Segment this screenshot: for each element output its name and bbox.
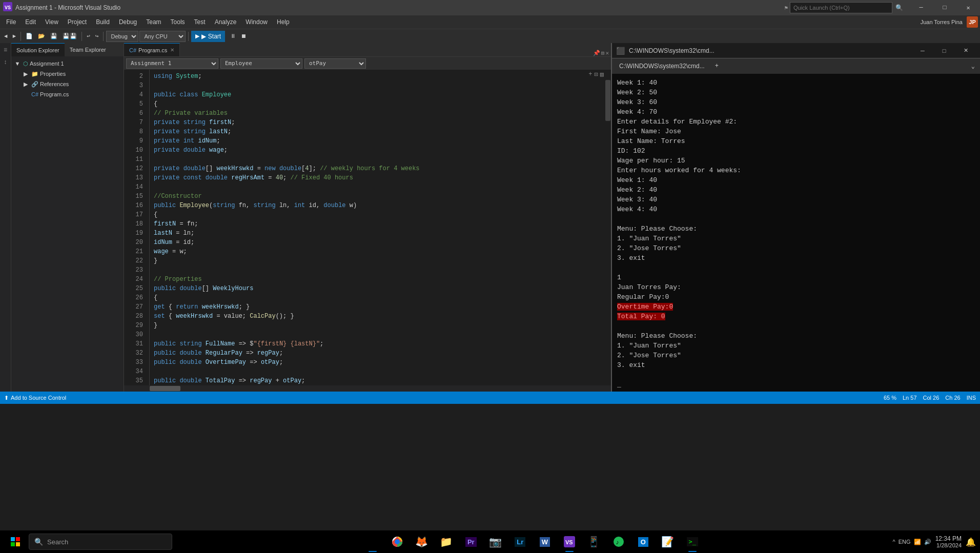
taskbar-app-word[interactable]: W <box>534 530 556 553</box>
horizontal-scrollbar[interactable] <box>124 385 611 392</box>
cmd-maximize[interactable]: □ <box>934 43 954 58</box>
cmd-tab-1[interactable]: C:\WINDOWS\system32\cmd... <box>614 60 710 72</box>
toolbar-misc1[interactable]: ⏸ <box>228 31 238 42</box>
taskbar-app-vs[interactable]: VS <box>558 530 581 553</box>
taskbar-app-chrome[interactable] <box>386 530 409 553</box>
volume-icon[interactable]: 🔊 <box>924 539 931 545</box>
taskbar-app-spotify[interactable]: ♪ <box>607 530 630 553</box>
taskbar-app-terminal[interactable]: >_ <box>681 530 704 553</box>
taskbar-app-firefox[interactable]: 🦊 <box>411 530 433 553</box>
vertical-scrollbar[interactable] <box>605 70 611 385</box>
code-content[interactable]: using System; public class Employee { //… <box>150 70 605 385</box>
solution-explorer-tab[interactable]: Solution Explorer <box>11 43 65 56</box>
pin-icon[interactable]: 📌 <box>593 50 600 56</box>
menu-tools[interactable]: Tools <box>167 16 189 28</box>
toolbar-misc2[interactable]: ⏹ <box>239 31 249 42</box>
start-menu-button[interactable] <box>4 530 27 553</box>
taskbar-app-notes[interactable]: 📝 <box>657 530 679 553</box>
taskbar-app-explorer[interactable]: 🗂 <box>361 530 384 553</box>
layout-icon[interactable]: ⊞ <box>601 50 605 56</box>
tree-item-programcs[interactable]: C# Program.cs <box>11 89 124 99</box>
h-scrollbar-thumb[interactable] <box>150 386 180 391</box>
svg-rect-4 <box>11 542 15 546</box>
references-icon: 🔗 <box>31 81 38 88</box>
taskbar-app-premiere[interactable]: Pr <box>460 530 482 553</box>
menu-build[interactable]: Build <box>92 16 114 28</box>
tab-close-button[interactable]: ✕ <box>170 47 174 53</box>
tree-item-assignment[interactable]: ▼ ⬡ Assignment 1 <box>11 58 124 69</box>
wifi-icon[interactable]: 📶 <box>914 539 921 545</box>
toolbar-undo[interactable]: ↩ <box>85 31 92 42</box>
toolbar-save-all[interactable]: 💾💾 <box>60 31 79 42</box>
toolbar-back[interactable]: ◄ <box>2 31 10 42</box>
minimize-button[interactable]: ─ <box>909 0 933 15</box>
solution-explorer-panel: Solution Explorer Team Explorer ▼ ⬡ Assi… <box>11 43 124 392</box>
class-dropdown[interactable]: Employee <box>220 58 302 69</box>
member-dropdown[interactable]: otPay <box>304 58 366 69</box>
layout-toggle-icon[interactable]: ⊡ <box>595 71 598 78</box>
taskbar-search-box[interactable]: 🔍 Search <box>29 534 172 550</box>
maximize-button[interactable]: □ <box>933 0 956 15</box>
menu-team[interactable]: Team <box>142 16 165 28</box>
cmd-new-tab-button[interactable]: + <box>711 60 723 72</box>
quick-launch-icon: ⚑ <box>784 5 788 11</box>
tree-item-properties[interactable]: ▶ 📁 Properties <box>11 69 124 79</box>
toolbar-new[interactable]: 📄 <box>24 31 35 42</box>
toolbar-redo[interactable]: ↪ <box>93 31 101 42</box>
cmd-minimize[interactable]: ─ <box>912 43 933 58</box>
taskbar-app-phone[interactable]: 📱 <box>583 530 605 553</box>
solution-explorer-toggle[interactable]: ≡ <box>1 45 11 55</box>
references-label: References <box>40 81 69 87</box>
app-title: Assignment 1 - Microsoft Visual Studio <box>15 4 784 11</box>
tab-icon: C# <box>129 47 136 53</box>
taskbar: 🔍 Search 🗂 🦊 📁 Pr 📷 <box>0 530 980 553</box>
menu-debug[interactable]: Debug <box>115 16 141 28</box>
menu-window[interactable]: Window <box>241 16 272 28</box>
cmd-win-controls: ─ □ ✕ <box>912 43 976 58</box>
menu-help[interactable]: Help <box>273 16 294 28</box>
menu-project[interactable]: Project <box>64 16 91 28</box>
close-button[interactable]: ✕ <box>956 0 980 15</box>
tab-label: Program.cs <box>138 47 167 53</box>
menu-view[interactable]: View <box>41 16 63 28</box>
quick-launch-input[interactable] <box>790 2 892 13</box>
clock[interactable]: 12:34 PM 1/28/2024 <box>935 535 962 548</box>
team-explorer-tab[interactable]: Team Explorer <box>65 43 111 56</box>
toolbar-forward[interactable]: ► <box>11 31 18 42</box>
program-cs-tab[interactable]: C# Program.cs ✕ <box>124 43 180 56</box>
close-editor-icon[interactable]: ✕ <box>605 50 609 56</box>
cmd-chevron[interactable]: ⌄ <box>968 60 978 72</box>
clock-date: 1/28/2024 <box>935 542 962 548</box>
notification-icon[interactable]: 🔔 <box>966 537 976 547</box>
svg-text:♪: ♪ <box>616 539 619 546</box>
user-avatar[interactable]: JP <box>967 16 978 28</box>
taskbar-app-outlook[interactable]: O <box>632 530 655 553</box>
taskbar-app-folder[interactable]: 📁 <box>435 530 458 553</box>
chevron-up-icon[interactable]: ^ <box>893 539 895 545</box>
project-dropdown[interactable]: Assignment 1 <box>126 58 218 69</box>
zoom-in-icon[interactable]: + <box>588 71 592 78</box>
toolbar-open[interactable]: 📂 <box>36 31 47 42</box>
solution-tree: ▼ ⬡ Assignment 1 ▶ 📁 Properties ▶ 🔗 Refe… <box>11 56 124 392</box>
svg-rect-5 <box>16 542 20 546</box>
git-status[interactable]: ⬆ Add to Source Control <box>4 395 66 401</box>
platform-dropdown[interactable]: Any CPU <box>139 31 186 42</box>
menu-edit[interactable]: Edit <box>21 16 40 28</box>
menu-analyze[interactable]: Analyze <box>211 16 241 28</box>
search-icon: 🔍 <box>895 4 903 12</box>
tree-item-references[interactable]: ▶ 🔗 References <box>11 79 124 89</box>
program-cs-label: Program.cs <box>40 91 69 97</box>
debug-config-dropdown[interactable]: Debug <box>106 31 138 42</box>
cmd-close[interactable]: ✕ <box>955 43 976 58</box>
start-button[interactable]: ▶ ▶ Start <box>191 31 225 42</box>
menu-file[interactable]: File <box>2 16 20 28</box>
scrollbar-thumb[interactable] <box>605 80 610 121</box>
map-icon[interactable]: ▤ <box>600 71 604 78</box>
toolbar-save[interactable]: 💾 <box>48 31 59 42</box>
svg-rect-3 <box>16 537 20 541</box>
toolbar: ◄ ► 📄 📂 💾 💾💾 ↩ ↪ Debug Any CPU ▶ ▶ Start… <box>0 29 980 43</box>
taskbar-app-photos[interactable]: 📷 <box>484 530 507 553</box>
menu-test[interactable]: Test <box>190 16 210 28</box>
toolbar-arrow[interactable]: ↕ <box>1 57 11 68</box>
taskbar-app-lightroom[interactable]: Lr <box>509 530 532 553</box>
